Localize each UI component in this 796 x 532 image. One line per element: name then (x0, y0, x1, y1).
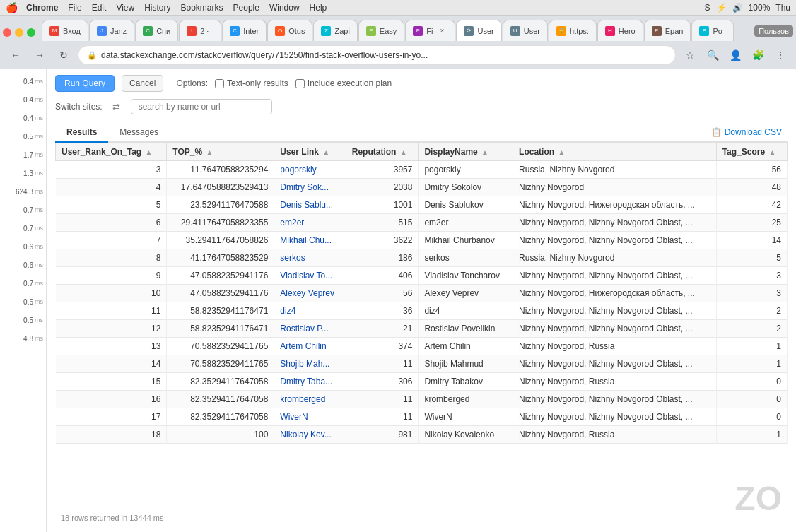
user-link[interactable]: pogorskiy (280, 165, 316, 175)
user-link[interactable]: Shojib Mah... (280, 359, 329, 369)
tab-janz[interactable]: J Janz (89, 20, 134, 41)
tab-easy[interactable]: E Easy (358, 20, 404, 41)
tab-inbox[interactable]: M Вход (42, 20, 88, 41)
table-cell: 47.05882352941176 (167, 267, 274, 285)
user-link[interactable]: serkos (280, 253, 305, 263)
back-button[interactable]: ← (6, 45, 25, 65)
tab-favicon: O (275, 26, 285, 36)
switch-icon[interactable]: ⇄ (110, 100, 124, 114)
user-link[interactable]: Vladislav To... (280, 271, 332, 280)
menu-bookmarks[interactable]: Bookmarks (181, 3, 223, 13)
tab-favicon: H (605, 26, 615, 36)
table-cell: Nizhny Novgorod, Nizhny Novgorod Oblast,… (513, 214, 717, 232)
tab-user2[interactable]: U User (503, 20, 548, 41)
tab-close-icon[interactable]: × (436, 25, 447, 37)
tab-favicon: E (652, 26, 662, 36)
menu-people[interactable]: People (233, 3, 259, 13)
profile-icon[interactable]: 👤 (725, 45, 745, 65)
menu-view[interactable]: View (116, 3, 134, 13)
user-link[interactable]: Dmitry Taba... (280, 377, 332, 386)
extensions-puzzle-icon[interactable]: 🧩 (748, 45, 768, 65)
download-csv-link[interactable]: 📋 Download CSV (706, 124, 788, 140)
user-panel-label: Пользов (754, 25, 793, 37)
user-link[interactable]: Denis Sablu... (280, 200, 333, 210)
tab-user-active[interactable]: ⟳ User (456, 20, 501, 41)
user-link[interactable]: kromberged (280, 394, 325, 404)
menu-history[interactable]: History (144, 3, 170, 13)
lens-icon[interactable]: 🔍 (703, 45, 722, 65)
tab-spi[interactable]: С Спи (135, 20, 178, 41)
col-location[interactable]: Location ▲ (513, 143, 717, 161)
user-link[interactable]: em2er (280, 218, 304, 227)
maximize-window-btn[interactable] (27, 28, 35, 37)
chrome-menu-icon[interactable]: ⋮ (771, 45, 790, 65)
col-user-rank[interactable]: User_Rank_On_Tag ▲ (56, 143, 167, 161)
table-cell: Nizhny Novgorod, Nizhny Novgorod Oblast,… (513, 320, 717, 338)
table-row: 1047.05882352941176Alexey Veprev56Alexey… (56, 285, 788, 302)
user-link[interactable]: Artem Chilin (280, 341, 326, 351)
tab-results[interactable]: Results (55, 123, 108, 143)
main-area: Run Query Cancel Options: Text-only resu… (47, 69, 796, 532)
include-plan-checkbox[interactable] (295, 79, 305, 88)
user-link[interactable]: WiverN (280, 412, 308, 422)
user-link[interactable]: diz4 (280, 306, 295, 316)
bookmark-star-icon[interactable]: ☆ (680, 45, 700, 65)
tab-inter[interactable]: C Inter (222, 20, 267, 41)
url-bar[interactable]: 🔒 data.stackexchange.com/stackoverflow/q… (78, 45, 676, 65)
table-cell: 515 (346, 214, 419, 232)
tab-epan[interactable]: E Epan (644, 20, 691, 41)
table-cell: 3622 (346, 232, 419, 249)
search-name-input[interactable] (131, 99, 272, 114)
table-cell: WiverN (419, 408, 513, 426)
table-cell: 15 (56, 373, 167, 391)
table-row: 1370.58823529411765Artem Chilin374Artem … (56, 338, 788, 355)
tab-fi[interactable]: F Fi × (405, 20, 455, 41)
col-tag-score[interactable]: Tag_Score ▲ (716, 143, 787, 161)
table-cell: 11 (346, 408, 419, 426)
tab-zapi[interactable]: Z Zapi (313, 20, 357, 41)
text-only-checkbox[interactable] (215, 79, 224, 88)
user-link[interactable]: Nikolay Kov... (280, 430, 331, 439)
col-display-name[interactable]: DisplayName ▲ (419, 143, 513, 161)
include-plan-checkbox-label[interactable]: Include execution plan (295, 78, 392, 88)
menu-help[interactable]: Help (310, 3, 327, 13)
minimize-window-btn[interactable] (15, 28, 23, 37)
menu-edit[interactable]: Edit (92, 3, 107, 13)
text-only-checkbox-label[interactable]: Text-only results (215, 78, 288, 88)
user-link[interactable]: Dmitry Sok... (280, 182, 329, 192)
run-query-button[interactable]: Run Query (55, 75, 115, 92)
switch-sites-row: Switch sites: ⇄ (55, 99, 788, 114)
forward-button[interactable]: → (30, 45, 49, 65)
tab-hero[interactable]: H Hero (597, 20, 643, 41)
table-cell: Shojib Mahmud (419, 355, 513, 373)
tab-messages[interactable]: Messages (108, 123, 170, 143)
mac-os-bar: 🍎 Chrome File Edit View History Bookmark… (0, 0, 796, 16)
menu-file[interactable]: File (68, 3, 81, 13)
tab-po[interactable]: P Po (691, 20, 734, 41)
table-cell: 36 (346, 302, 419, 320)
tab-https[interactable]: 🔒 https: (549, 20, 597, 41)
col-reputation[interactable]: Reputation ▲ (346, 143, 419, 161)
user-link[interactable]: Alexey Veprev (280, 288, 334, 298)
table-cell: Russia, Nizhny Novgorod (513, 161, 717, 179)
table-cell: 7 (56, 232, 167, 249)
tab-2[interactable]: ! 2 · (179, 20, 221, 41)
menu-chrome[interactable]: Chrome (26, 3, 58, 13)
table-cell: 306 (346, 373, 419, 391)
cancel-button[interactable]: Cancel (122, 75, 163, 92)
col-user-link[interactable]: User Link ▲ (274, 143, 346, 161)
close-window-btn[interactable] (3, 28, 11, 37)
tab-favicon: P (699, 26, 709, 36)
refresh-button[interactable]: ↻ (54, 45, 74, 65)
table-cell: 5 (56, 196, 167, 214)
table-cell: kromberged (419, 391, 513, 408)
table-cell: 17.6470588823529413 (167, 179, 274, 196)
col-top-pct[interactable]: TOP_% ▲ (167, 143, 274, 161)
apple-menu[interactable]: 🍎 (6, 2, 18, 13)
menu-window[interactable]: Window (269, 3, 300, 13)
user-link[interactable]: Rostislav P... (280, 324, 328, 333)
user-link[interactable]: Mikhail Chu... (280, 235, 332, 245)
table-cell: Nizhny Novgorod, Nizhny Novgorod Oblast,… (513, 355, 717, 373)
tab-otus[interactable]: O Otus (267, 20, 312, 41)
table-row: 947.05882352941176Vladislav To...406Vlad… (56, 267, 788, 285)
